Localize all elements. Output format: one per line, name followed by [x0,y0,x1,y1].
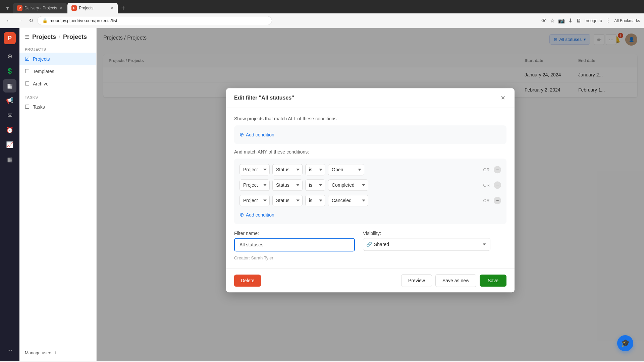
icon-sidebar: P ⊕ 💲 ▦ 📢 ✉ ⏰ 📈 ▦ ··· [0,28,19,361]
nav-item-projects[interactable]: ☑ Projects [19,53,96,65]
reload-btn[interactable]: ↻ [27,16,35,25]
notifications-icon[interactable]: 📢 [3,94,16,107]
nav-projects-label: Projects [33,56,50,62]
condition-3-or-label: OR [483,198,490,203]
nav-archive-label: Archive [33,81,49,86]
tab-1-icon: P [17,5,22,11]
add-all-condition-label: Add condition [246,132,274,137]
browser-chrome: ▼ P Delivery - Projects ✕ P Projects ✕ +… [0,0,644,28]
forward-btn[interactable]: → [15,16,25,25]
condition-2-remove-btn[interactable]: − [494,181,501,189]
eye-icon[interactable]: 👁 [541,18,547,24]
any-conditions-label: And match ANY of these conditions: [234,149,506,155]
menu-icon[interactable]: ⋮ [605,17,611,24]
messages-icon[interactable]: ✉ [3,109,16,122]
browser-tab-1[interactable]: P Delivery - Projects ✕ [13,3,67,13]
visibility-select[interactable]: Shared Just me [363,238,490,251]
tab-bar: ▼ P Delivery - Projects ✕ P Projects ✕ + [0,0,644,13]
filter-name-input[interactable] [234,238,355,251]
creator-text: Creator: Sarah Tyler [234,255,506,260]
reports-icon[interactable]: 📈 [3,138,16,152]
nav-footer: Manage users ℹ [19,345,96,361]
tab-dropdown-btn[interactable]: ▼ [3,6,12,11]
tasks-icon: ☐ [25,104,30,110]
app-logo[interactable]: P [4,32,16,44]
info-icon: ℹ [54,350,56,355]
app-layout: P ⊕ 💲 ▦ 📢 ✉ ⏰ 📈 ▦ ··· ☰ Projects / Proje… [0,28,644,361]
add-all-condition[interactable]: ⊕ Add condition [239,131,501,138]
products-icon[interactable]: ▦ [3,153,16,166]
deals-icon[interactable]: 💲 [3,64,16,78]
projects-nav-icon[interactable]: ▦ [3,79,16,93]
condition-2-type[interactable]: Project [239,179,270,191]
condition-2-operator[interactable]: is [305,179,325,191]
incognito-label: Incognito [585,18,602,23]
condition-1-remove-btn[interactable]: − [494,166,501,173]
condition-3-type[interactable]: Project [239,195,270,206]
download-icon[interactable]: ⬇ [568,17,573,24]
address-bar-actions: 👁 ☆ 📷 ⬇ 🖥 Incognito ⋮ All Bookmarks [541,17,640,24]
add-any-condition[interactable]: ⊕ Add condition [239,211,501,219]
back-btn[interactable]: ← [4,16,13,25]
condition-2-value[interactable]: Open Completed Canceled [328,179,368,191]
preview-button[interactable]: Preview [401,274,432,287]
window-icon[interactable]: 🖥 [576,18,581,24]
new-tab-btn[interactable]: + [118,3,128,13]
save-button[interactable]: Save [480,275,506,287]
tab-2-icon: P [71,5,77,11]
archive-icon: ☐ [25,80,30,87]
manage-users-label: Manage users [25,350,52,355]
nav-header-subtitle: Projects [63,34,87,41]
nav-header-menu-icon[interactable]: ☰ [25,34,30,40]
templates-icon: ☐ [25,68,30,74]
filter-name-group: Filter name: [234,231,355,251]
star-icon[interactable]: ☆ [550,17,555,24]
visibility-select-wrapper: 🔗 Shared Just me [363,238,490,251]
any-conditions-block: Project Status is Open Completed Cancele… [234,159,506,224]
condition-3-field[interactable]: Status [272,195,303,206]
condition-1-value[interactable]: Open Completed Canceled [328,164,364,175]
address-text: moodjoy.pipedrive.com/projects/list [50,18,117,23]
tab-2-close[interactable]: ✕ [110,6,114,11]
condition-1-field[interactable]: Status [272,164,303,175]
lock-icon: 🔒 [42,18,48,23]
home-icon[interactable]: ⊕ [3,50,16,63]
plus-circle-2-icon: ⊕ [239,212,244,218]
nav-templates-label: Templates [33,69,54,74]
manage-users-link[interactable]: Manage users ℹ [25,350,91,355]
nav-tasks-label: Tasks [33,104,45,110]
tab-1-title: Delivery - Projects [24,6,57,10]
browser-tab-2[interactable]: P Projects ✕ [67,3,118,13]
condition-row-3: Project Status is Open Completed Cancele… [239,195,501,206]
more-icon[interactable]: ··· [3,343,16,357]
tasks-section-label: TASKS [19,90,96,101]
address-input[interactable]: 🔒 moodjoy.pipedrive.com/projects/list [37,16,272,25]
modal-header: Edit filter "All statuses" × [226,88,515,108]
delete-button[interactable]: Delete [234,275,261,287]
tab-1-close[interactable]: ✕ [59,6,63,11]
nav-header-title: Projects [32,34,56,41]
nav-item-tasks[interactable]: ☐ Tasks [19,101,96,113]
save-as-new-button[interactable]: Save as new [435,274,476,287]
condition-2-or-label: OR [483,183,490,188]
add-any-condition-label: Add condition [246,212,274,218]
condition-3-remove-btn[interactable]: − [494,197,501,204]
projects-section-label: PROJECTS [19,43,96,53]
condition-3-value[interactable]: Open Completed Canceled [328,195,368,206]
projects-icon: ☑ [25,56,30,62]
plus-circle-icon: ⊕ [239,131,244,138]
nav-item-archive[interactable]: ☐ Archive [19,77,96,90]
condition-2-field[interactable]: Status [272,179,303,191]
screenshot-icon[interactable]: 📷 [558,17,565,24]
condition-1-operator[interactable]: is [305,164,325,175]
edit-filter-modal: Edit filter "All statuses" × Show projec… [226,88,515,292]
modal-close-btn[interactable]: × [499,94,506,102]
address-bar: ← → ↻ 🔒 moodjoy.pipedrive.com/projects/l… [0,13,644,28]
float-help-btn[interactable]: 🎓 [617,335,633,351]
condition-3-operator[interactable]: is [305,195,325,206]
condition-1-type[interactable]: Project [239,164,270,175]
calendar-icon[interactable]: ⏰ [3,123,16,137]
all-conditions-block: ⊕ Add condition [234,125,506,144]
nav-item-templates[interactable]: ☐ Templates [19,65,96,77]
footer-right-actions: Preview Save as new Save [401,274,506,287]
